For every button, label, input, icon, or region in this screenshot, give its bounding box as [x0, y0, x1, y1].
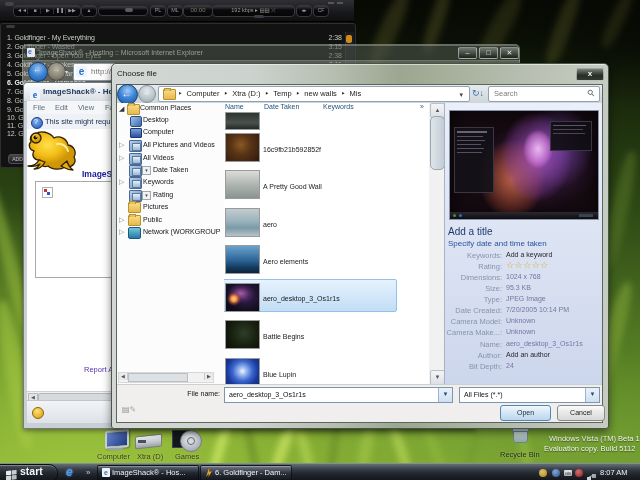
svg-text:e: e — [33, 89, 38, 100]
